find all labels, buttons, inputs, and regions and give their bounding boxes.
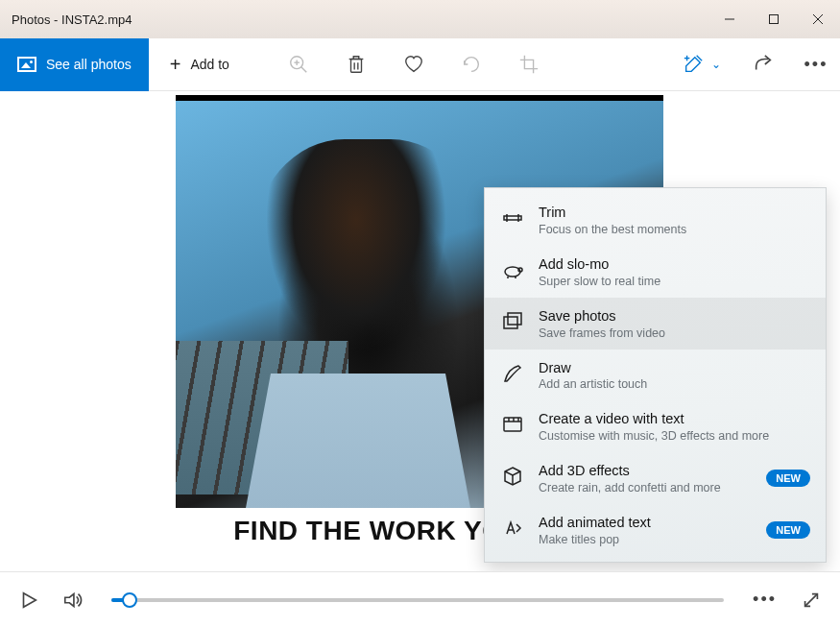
menu-item-trim[interactable]: Trim Focus on the best moments (485, 194, 826, 246)
photo-background-detail (176, 341, 348, 494)
menu-item-save-photos[interactable]: Save photos Save frames from video (485, 298, 826, 350)
share-button[interactable] (734, 38, 792, 91)
fullscreen-button[interactable] (796, 585, 827, 615)
cube-sparkle-icon (500, 464, 525, 489)
menu-text: Create a video with text Customise with … (539, 410, 810, 443)
seek-thumb[interactable] (122, 592, 137, 608)
frames-icon (500, 309, 525, 334)
menu-title: Create a video with text (539, 410, 810, 428)
svg-line-5 (301, 67, 307, 73)
svg-marker-31 (65, 593, 74, 606)
menu-item-video-text[interactable]: Create a video with text Customise with … (485, 400, 826, 452)
edit-create-button[interactable]: ⌄ (669, 38, 734, 91)
menu-sub: Save frames from video (539, 326, 810, 340)
toolbar-icons (270, 38, 558, 91)
play-button[interactable] (13, 585, 44, 615)
menu-sub: Make titles pop (539, 533, 753, 546)
menu-item-draw[interactable]: Draw Add an artistic touch (485, 350, 826, 401)
plus-icon: + (170, 54, 181, 76)
menu-item-animated-text[interactable]: Add animated text Make titles pop NEW (485, 504, 826, 556)
menu-sub: Add an artistic touch (539, 377, 810, 391)
seek-slider[interactable] (111, 598, 724, 602)
film-icon (500, 412, 525, 437)
menu-sub: Focus on the best moments (539, 223, 810, 236)
add-to-button[interactable]: + Add to (149, 38, 251, 91)
menu-text: Trim Focus on the best moments (539, 204, 810, 236)
title-bar: Photos - INSTA2.mp4 (0, 0, 840, 38)
edit-group: ⌄ ••• (669, 38, 840, 91)
trim-icon (500, 205, 525, 230)
chevron-down-icon: ⌄ (711, 58, 721, 71)
menu-title: Draw (539, 359, 810, 377)
window-controls (708, 0, 840, 38)
volume-button[interactable] (58, 585, 88, 615)
maximize-button[interactable] (752, 0, 796, 38)
menu-text: Add animated text Make titles pop (539, 514, 753, 546)
close-button[interactable] (796, 0, 840, 38)
menu-text: Add 3D effects Create rain, add confetti… (539, 462, 753, 494)
svg-rect-21 (504, 317, 517, 328)
new-badge: NEW (766, 521, 810, 539)
see-all-photos-button[interactable]: See all photos (0, 38, 149, 91)
svg-rect-8 (350, 60, 361, 73)
svg-marker-30 (24, 592, 36, 607)
svg-point-17 (505, 267, 520, 277)
toolbar: See all photos + Add to ⌄ ••• (0, 38, 840, 91)
animated-text-icon (500, 516, 525, 541)
menu-title: Add animated text (539, 514, 753, 532)
window-title: Photos - INSTA2.mp4 (12, 12, 132, 27)
menu-sub: Customise with music, 3D effects and mor… (539, 429, 810, 443)
edit-menu: Trim Focus on the best moments Add slo-m… (484, 187, 827, 563)
turtle-icon (500, 257, 525, 282)
zoom-button[interactable] (270, 38, 327, 91)
menu-sub: Create rain, add confetti and more (539, 481, 753, 494)
delete-button[interactable] (327, 38, 385, 91)
menu-item-slomo[interactable]: Add slo-mo Super slow to real time (485, 246, 826, 298)
content-area: FIND THE WORK YOU LOVE Trim Focus on the… (0, 91, 840, 571)
playback-more-button[interactable]: ••• (747, 590, 782, 610)
svg-rect-1 (770, 15, 779, 24)
add-to-label: Add to (190, 57, 228, 72)
playback-bar: ••• (0, 571, 840, 627)
svg-rect-22 (508, 313, 521, 325)
menu-title: Add 3D effects (539, 462, 753, 480)
more-button[interactable]: ••• (792, 38, 840, 91)
svg-line-32 (805, 593, 818, 606)
menu-title: Save photos (539, 307, 810, 326)
pen-icon (500, 361, 525, 386)
menu-title: Add slo-mo (539, 255, 810, 274)
menu-text: Save photos Save frames from video (539, 307, 810, 340)
menu-sub: Super slow to real time (539, 275, 810, 288)
rotate-button[interactable] (443, 38, 500, 91)
favorite-button[interactable] (385, 38, 443, 91)
new-badge: NEW (766, 470, 810, 487)
crop-button[interactable] (500, 38, 558, 91)
photo-icon (17, 57, 36, 72)
minimize-button[interactable] (708, 0, 752, 38)
menu-text: Draw Add an artistic touch (539, 359, 810, 392)
see-all-label: See all photos (46, 57, 132, 72)
menu-title: Trim (539, 204, 810, 222)
menu-item-3d-effects[interactable]: Add 3D effects Create rain, add confetti… (485, 452, 826, 504)
menu-text: Add slo-mo Super slow to real time (539, 255, 810, 288)
